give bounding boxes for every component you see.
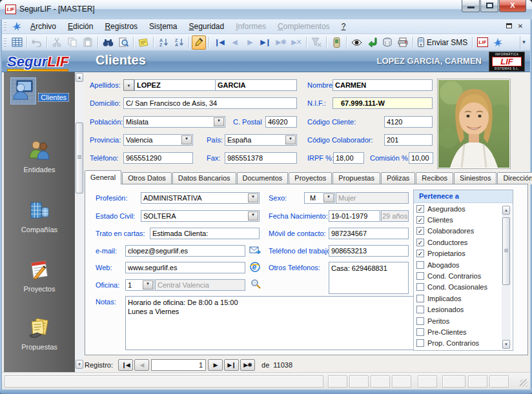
next-record-button[interactable]: ▶ xyxy=(208,359,223,371)
mdi-restore-button[interactable] xyxy=(503,21,515,32)
lif-logo-icon[interactable]: LIF xyxy=(475,35,489,50)
nif-field[interactable]: 67.999.111-W xyxy=(332,97,433,109)
title-bar[interactable]: LIF SegurLIF - [MASTER] X xyxy=(0,0,532,19)
telefono-trabajo-field[interactable]: 908653213 xyxy=(329,245,409,257)
sidebar-item-proyectos[interactable]: Proyectos xyxy=(4,258,75,293)
menu-seguridad[interactable]: Seguridad xyxy=(183,20,230,33)
scroll-up-icon[interactable]: ▲ xyxy=(76,73,83,82)
browser-icon[interactable]: e xyxy=(249,261,261,273)
sidebar-item-propuestas[interactable]: Propuestas xyxy=(4,316,75,351)
blue-brush-icon[interactable] xyxy=(491,35,505,50)
sidebar-item-clientes[interactable]: Clientes xyxy=(4,77,75,104)
send-email-icon[interactable] xyxy=(249,245,261,257)
pertenece-scrollbar[interactable]: ▲ ▼ xyxy=(502,206,511,349)
pais-combo[interactable]: España xyxy=(225,134,297,146)
dropdown-icon[interactable] xyxy=(248,212,258,221)
card-index-icon[interactable] xyxy=(380,35,394,50)
lookup-magnifier-icon[interactable] xyxy=(251,279,262,290)
datasheet-view-icon[interactable] xyxy=(10,35,24,50)
cpostal-field[interactable]: 46920 xyxy=(265,116,297,128)
dropdown-icon[interactable] xyxy=(143,281,153,290)
tab-recibos[interactable]: Recibos xyxy=(416,172,453,184)
comision-field[interactable]: 10,00 xyxy=(409,152,433,164)
tab-siniestros[interactable]: Siniestros xyxy=(454,172,496,184)
fecha-nacimiento-field[interactable]: 19-01-1979 xyxy=(329,210,380,222)
send-sms-button[interactable]: Enviar SMS xyxy=(415,37,470,47)
oficina-combo[interactable]: 1 xyxy=(125,279,154,291)
minimize-button[interactable] xyxy=(462,0,480,12)
checkbox[interactable]: ✓ xyxy=(416,227,424,235)
otros-telefonos-textarea[interactable]: Casa: 629468831 xyxy=(329,262,409,294)
maximize-button[interactable] xyxy=(480,0,498,12)
menu-registros[interactable]: Registros xyxy=(99,20,143,33)
close-button[interactable]: X xyxy=(499,0,526,12)
poblacion-combo[interactable]: Mislata xyxy=(123,116,225,128)
apellidos-dropdown-button[interactable] xyxy=(123,79,134,91)
dropdown-icon[interactable] xyxy=(285,135,296,144)
phone-icon[interactable] xyxy=(329,35,343,50)
sidebar-item-companias[interactable]: Compañías xyxy=(4,199,75,233)
pen-edit-icon[interactable] xyxy=(192,35,206,50)
tab-otros-datos[interactable]: Otros Datos xyxy=(122,172,172,184)
toolbar-options-icon[interactable]: ▼ xyxy=(520,36,527,49)
sidebar-item-entidades[interactable]: Entidades xyxy=(4,139,75,173)
tab-documentos[interactable]: Documentos xyxy=(237,172,289,184)
checkbox[interactable] xyxy=(416,283,424,291)
scroll-down-icon[interactable]: ▼ xyxy=(502,340,510,349)
first-record-icon[interactable]: ❙◀ xyxy=(212,35,226,50)
dropdown-icon[interactable] xyxy=(181,135,192,144)
checkbox[interactable] xyxy=(416,272,424,280)
tab-direccion-envio[interactable]: Dirección de Envío xyxy=(497,172,532,184)
sexo-combo[interactable]: M xyxy=(304,192,335,204)
sort-asc-icon[interactable]: AZ xyxy=(156,35,170,50)
menu-edicion[interactable]: Edición xyxy=(62,20,99,33)
checkbox[interactable]: ✓ xyxy=(416,250,424,257)
find-binoculars-icon[interactable] xyxy=(101,35,115,50)
checkbox[interactable] xyxy=(416,306,424,313)
notes-icon[interactable] xyxy=(136,35,150,50)
search-document-icon[interactable] xyxy=(116,35,130,50)
codigo-cliente-field[interactable]: 4120 xyxy=(384,116,433,128)
first-record-button[interactable]: ❙◀ xyxy=(118,359,133,371)
app-icon[interactable]: LIF xyxy=(5,5,16,14)
fax-field[interactable]: 985551378 xyxy=(225,152,297,164)
checkbox[interactable] xyxy=(416,295,424,302)
apellido2-field[interactable]: GARCIA xyxy=(215,79,297,91)
record-number-input[interactable]: 1 xyxy=(151,359,206,371)
trato-field[interactable]: Estimada Clienta: xyxy=(150,228,260,239)
tab-propuestas[interactable]: Propuestas xyxy=(332,172,380,184)
menu-archivo[interactable]: Archivo xyxy=(25,20,62,33)
sidebar-scrollbar[interactable]: ▲ xyxy=(75,72,84,372)
web-field[interactable]: www.segurlif.es xyxy=(125,262,245,273)
domicilio-field[interactable]: C/ San Francisco de Asis, 34 xyxy=(123,97,297,109)
sort-desc-icon[interactable]: ZA xyxy=(172,35,186,50)
mdi-close-button[interactable]: ✕ xyxy=(515,21,526,32)
checkbox[interactable] xyxy=(416,339,424,347)
new-record-button[interactable]: ▶✱ xyxy=(240,359,255,371)
notas-textarea[interactable]: Horario de oficina: De 8:00 a 15:00 Lune… xyxy=(125,296,416,350)
tab-datos-bancarios[interactable]: Datos Bancarios xyxy=(172,172,236,184)
menu-sistema[interactable]: Sistema xyxy=(143,20,183,33)
tab-polizas[interactable]: Pólizas xyxy=(381,172,415,184)
estado-civil-combo[interactable]: SOLTERA xyxy=(141,210,260,222)
tab-proyectos[interactable]: Proyectos xyxy=(289,172,332,184)
checkbox[interactable]: ✓ xyxy=(416,216,424,224)
checkbox[interactable]: ✓ xyxy=(416,239,424,246)
telefono-field[interactable]: 965551290 xyxy=(123,152,193,164)
go-arrow-icon[interactable] xyxy=(365,35,379,50)
checkbox[interactable]: ✓ xyxy=(416,205,424,213)
nombre-field[interactable]: CARMEN xyxy=(332,79,433,91)
menu-ayuda[interactable]: ? xyxy=(336,20,352,33)
last-record-icon[interactable]: ▶❙ xyxy=(258,35,272,50)
tab-general[interactable]: General xyxy=(85,170,121,184)
sidebar-scroll-thumb[interactable] xyxy=(76,123,83,193)
pertenece-scroll-thumb[interactable] xyxy=(502,217,510,285)
print-fax-icon[interactable] xyxy=(396,35,410,50)
toolbar-grip[interactable] xyxy=(4,37,6,48)
checkbox[interactable] xyxy=(416,261,424,269)
scroll-up-icon[interactable]: ▲ xyxy=(502,206,510,215)
apellido1-field[interactable]: LOPEZ xyxy=(134,79,216,91)
codigo-colaborador-field[interactable]: 201 xyxy=(384,134,433,146)
profesion-combo[interactable]: ADMINISTRATIVA xyxy=(141,192,260,204)
provincia-combo[interactable]: Valencia xyxy=(123,134,193,146)
